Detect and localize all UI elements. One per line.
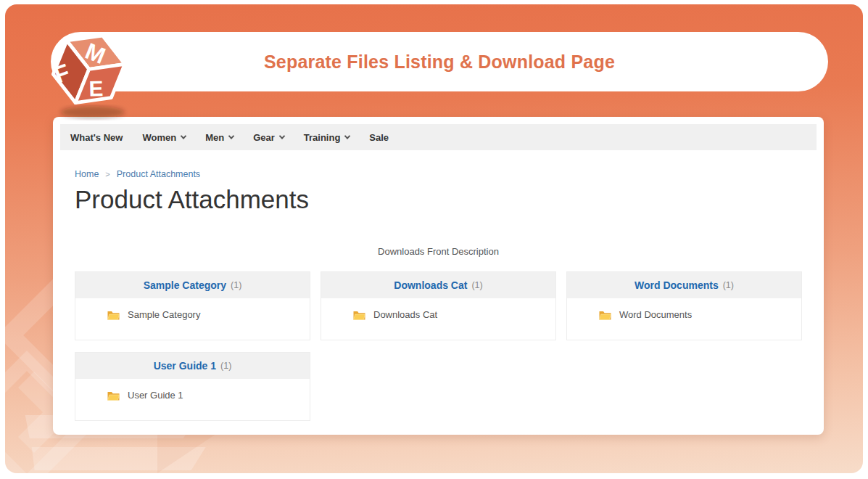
nav-label: What's New [70, 132, 123, 143]
nav-item-women[interactable]: Women [142, 132, 186, 143]
banner-title: Separate Files Listing & Download Page [264, 52, 615, 73]
nav-item-gear[interactable]: Gear [253, 132, 284, 143]
page-title: Product Attachments [75, 185, 802, 214]
chevron-down-icon [181, 133, 186, 139]
category-count: (1) [723, 280, 734, 290]
category-folder-link[interactable]: User Guide 1 [107, 390, 183, 401]
category-title-link[interactable]: User Guide 1 [154, 360, 216, 372]
nav-item-men[interactable]: Men [205, 132, 233, 143]
nav-item-sale[interactable]: Sale [369, 132, 389, 143]
category-header: User Guide 1 (1) [75, 353, 310, 379]
folder-label: Word Documents [619, 309, 692, 320]
chevron-down-icon [279, 133, 285, 139]
category-header: Word Documents (1) [567, 272, 801, 298]
category-folder-link[interactable]: Sample Category [107, 309, 200, 320]
category-count: (1) [471, 280, 482, 290]
category-card-word-documents: Word Documents (1) Word Documents [566, 271, 802, 340]
nav-item-whats-new[interactable]: What's New [70, 132, 123, 143]
front-description: Downloads Front Description [75, 246, 802, 257]
category-count: (1) [220, 361, 231, 371]
nav-item-training[interactable]: Training [304, 132, 350, 143]
folder-icon [599, 310, 611, 320]
category-count: (1) [231, 280, 241, 290]
nav-label: Women [142, 132, 176, 143]
category-card-sample-category: Sample Category (1) Sample Category [75, 271, 310, 340]
header-banner: Separate Files Listing & Download Page [51, 32, 828, 91]
category-card-user-guide-1: User Guide 1 (1) User Guide 1 [75, 352, 310, 421]
breadcrumb: Home > Product Attachments [75, 169, 802, 179]
category-header: Downloads Cat (1) [321, 272, 555, 298]
main-navigation: What's New Women Men Gear Training Sale [60, 124, 817, 150]
category-folder-link[interactable]: Word Documents [599, 309, 692, 320]
nav-label: Sale [369, 132, 389, 143]
folder-label: User Guide 1 [128, 390, 183, 401]
category-body: Sample Category [75, 298, 310, 323]
category-card-downloads-cat: Downloads Cat (1) Downloads Cat [321, 271, 556, 340]
category-title-link[interactable]: Sample Category [144, 279, 226, 291]
category-title-link[interactable]: Word Documents [635, 279, 719, 291]
category-body: Word Documents [567, 298, 801, 323]
category-body: User Guide 1 [75, 379, 310, 404]
folder-label: Downloads Cat [373, 309, 437, 320]
background: Separate Files Listing & Download Page M… [5, 4, 863, 473]
page-content: Home > Product Attachments Product Attac… [53, 169, 824, 421]
fme-logo: M F E [37, 20, 140, 123]
breadcrumb-current: Product Attachments [117, 169, 200, 179]
breadcrumb-separator-icon: > [105, 170, 109, 179]
category-header: Sample Category (1) [75, 272, 310, 298]
folder-label: Sample Category [128, 309, 200, 320]
category-folder-link[interactable]: Downloads Cat [353, 309, 437, 320]
logo-letter-e: E [88, 76, 103, 100]
logo-shadow [61, 106, 125, 118]
chevron-down-icon [344, 133, 350, 139]
category-body: Downloads Cat [321, 298, 555, 323]
nav-label: Training [304, 132, 341, 143]
breadcrumb-home-link[interactable]: Home [75, 169, 99, 179]
nav-label: Men [205, 132, 224, 143]
folder-icon [107, 310, 120, 320]
category-grid: Sample Category (1) Sample Category [75, 271, 802, 421]
category-title-link[interactable]: Downloads Cat [394, 279, 467, 291]
chevron-down-icon [228, 133, 234, 139]
nav-label: Gear [253, 132, 275, 143]
storefront-page: What's New Women Men Gear Training Sale … [53, 117, 824, 435]
folder-icon [353, 310, 365, 320]
folder-icon [107, 390, 120, 401]
screenshot-root: Separate Files Listing & Download Page M… [0, 0, 868, 479]
